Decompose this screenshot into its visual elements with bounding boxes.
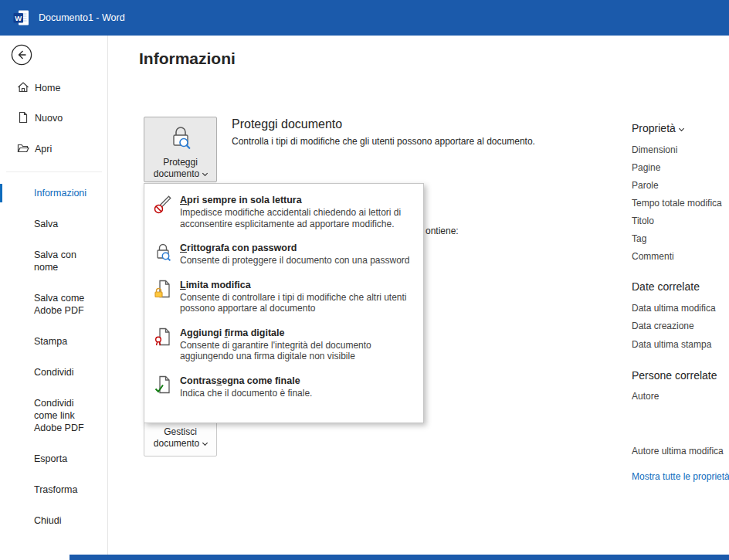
property-label-dimensioni: Dimensioni (632, 144, 677, 155)
sidebar-item-salva-con-nome[interactable]: Salva con nome (34, 249, 107, 273)
menu-item-read-only[interactable]: Apri sempre in sola lettura Impedisce mo… (144, 188, 423, 236)
people-section-heading: Persone correlate (632, 369, 717, 382)
property-label-titolo: Titolo (632, 216, 654, 226)
chevron-down-icon (202, 440, 208, 446)
property-label-commenti: Commenti (632, 251, 674, 262)
digital-signature-icon (153, 327, 173, 347)
restrict-edit-icon (153, 279, 173, 299)
property-label-pagine: Pagine (632, 162, 660, 173)
protect-button-label2: documento (154, 168, 207, 180)
sidebar-item-nuovo[interactable]: Nuovo (17, 110, 63, 126)
sidebar-item-condividi[interactable]: Condividi (34, 366, 107, 378)
manage-button-label: Gestisci (164, 426, 197, 438)
property-label-data-stampa: Data ultima stampa (632, 339, 711, 350)
property-label-tag: Tag (632, 233, 646, 244)
sidebar-item-salva-come-adobe-pdf[interactable]: Salva come Adobe PDF (34, 292, 107, 317)
menu-item-title: Limita modifica (180, 279, 415, 291)
menu-item-desc: Impedisce modifiche accidentali chiedend… (180, 207, 415, 229)
sidebar-item-label: Home (35, 83, 60, 93)
menu-item-title: Crittografa con password (180, 242, 410, 254)
menu-item-desc: Consente di controllare i tipi di modifi… (180, 292, 415, 314)
encrypt-lock-icon (153, 242, 173, 262)
protect-document-button[interactable]: Proteggi documento (144, 117, 217, 182)
menu-item-encrypt-password[interactable]: Crittografa con password Consente di pro… (144, 236, 423, 273)
home-icon (17, 81, 29, 96)
titlebar: W Documento1 - Word (0, 0, 729, 36)
menu-item-desc: Consente di proteggere il documento con … (180, 255, 410, 266)
manage-button-label2: documento (154, 438, 207, 450)
read-only-icon (153, 194, 173, 214)
sidebar-item-trasforma[interactable]: Trasforma (34, 484, 107, 496)
taskbar-edge (70, 555, 729, 560)
menu-item-title: Contrassegna come finale (180, 375, 312, 387)
menu-item-title: Apri sempre in sola lettura (180, 194, 415, 206)
property-label-data-modifica: Data ultima modifica (632, 303, 716, 314)
backstage-sidebar: Home Nuovo Apri Informazioni Salva Salva… (0, 36, 108, 560)
sidebar-item-label: Nuovo (35, 113, 63, 124)
chevron-down-icon (202, 171, 208, 176)
menu-item-desc: Indica che il documento è finale. (180, 388, 312, 399)
sidebar-item-salva[interactable]: Salva (34, 218, 107, 230)
menu-item-mark-final[interactable]: Contrassegna come finale Indica che il d… (144, 368, 423, 406)
mark-final-icon (153, 375, 173, 395)
sidebar-item-esporta[interactable]: Esporta (34, 453, 107, 465)
page-title: Informazioni (139, 49, 236, 68)
sidebar-item-apri[interactable]: Apri (17, 141, 52, 157)
menu-item-desc: Consente di garantire l'integrità del do… (180, 340, 415, 362)
menu-item-title: Aggiungi firma digitale (180, 327, 415, 339)
menu-item-digital-signature[interactable]: Aggiungi firma digitale Consente di gara… (144, 321, 423, 368)
property-label-tempo: Tempo totale modifica (632, 198, 722, 209)
back-button[interactable] (11, 44, 32, 66)
property-label-data-creazione: Data creazione (632, 321, 694, 331)
new-document-icon (17, 111, 29, 126)
sidebar-item-condividi-link-adobe-pdf[interactable]: Condividi come link Adobe PDF (34, 397, 107, 434)
show-all-properties-link[interactable]: Mostra tutte le proprietà (632, 471, 729, 482)
selected-indicator (0, 184, 2, 202)
protect-button-label: Proteggi (163, 157, 198, 168)
window-title: Documento1 - Word (39, 12, 125, 23)
dates-section-heading: Date correlate (632, 280, 700, 293)
protect-document-menu: Apri sempre in sola lettura Impedisce mo… (144, 183, 424, 423)
properties-dropdown[interactable]: Proprietà (632, 122, 683, 134)
protect-section-heading: Proteggi documento (232, 117, 342, 131)
sidebar-item-home[interactable]: Home (17, 80, 60, 96)
sidebar-item-stampa[interactable]: Stampa (34, 335, 107, 348)
back-arrow-icon (11, 55, 32, 68)
protect-section-description: Controlla i tipi di modifiche che gli ut… (232, 136, 618, 147)
sidebar-divider (6, 171, 102, 172)
chevron-down-icon (679, 126, 684, 131)
menu-item-restrict-editing[interactable]: Limita modifica Consente di controllare … (144, 273, 423, 321)
property-label-autore: Autore (632, 391, 659, 402)
inspect-partial-text: ontiene: (426, 226, 459, 236)
property-label-autore-ultima-modifica: Autore ultima modifica (632, 446, 724, 456)
sidebar-item-chiudi[interactable]: Chiudi (34, 514, 107, 527)
word-logo-icon: W (12, 8, 31, 27)
svg-text:W: W (15, 14, 22, 22)
sidebar-item-label: Apri (35, 144, 52, 154)
protect-document-icon (168, 124, 194, 153)
property-label-parole: Parole (632, 180, 659, 191)
word-backstage-window: W Documento1 - Word Home (0, 0, 729, 560)
open-folder-icon (17, 142, 29, 157)
sidebar-item-informazioni[interactable]: Informazioni (34, 187, 107, 199)
